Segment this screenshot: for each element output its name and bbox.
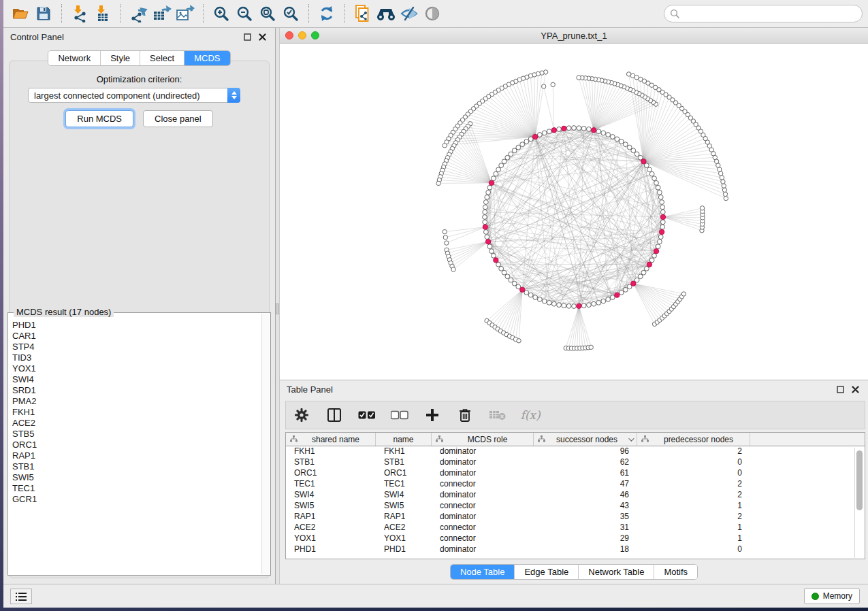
mcds-result-item[interactable]: SWI5 <box>12 472 261 483</box>
mcds-result-item[interactable]: ACE2 <box>12 418 261 429</box>
cell-successor-nodes[interactable]: 29 <box>534 533 637 544</box>
cell-MCDS-role[interactable]: dominator <box>432 512 534 523</box>
network-titlebar[interactable]: YPA_prune.txt_1 <box>280 28 868 44</box>
table-row[interactable]: SWI5SWI5connector431 <box>286 501 865 512</box>
tab-mcds[interactable]: MCDS <box>184 51 229 65</box>
export-table-icon[interactable] <box>150 3 174 24</box>
table-tab-node-table[interactable]: Node Table <box>451 565 515 579</box>
cell-name[interactable]: TEC1 <box>376 479 432 490</box>
cell-MCDS-role[interactable]: dominator <box>432 544 534 555</box>
mcds-result-item[interactable]: CAR1 <box>12 331 261 342</box>
tab-network[interactable]: Network <box>48 51 101 65</box>
column-view-icon[interactable] <box>325 406 343 424</box>
function-builder-icon[interactable]: f(x) <box>521 406 539 424</box>
select-all-icon[interactable] <box>358 406 376 424</box>
search-field[interactable] <box>664 5 863 22</box>
import-table-icon[interactable] <box>91 3 114 24</box>
delete-column-icon[interactable] <box>456 406 474 424</box>
export-image-icon[interactable] <box>174 3 197 24</box>
column-header-successor-nodes[interactable]: successor nodes <box>534 433 637 446</box>
cell-predecessor-nodes[interactable]: 2 <box>637 479 750 490</box>
cell-shared-name[interactable]: ACE2 <box>286 523 376 533</box>
table-row[interactable]: SWI4SWI4dominator462 <box>286 490 865 501</box>
column-header-shared-name[interactable]: shared name <box>286 433 376 446</box>
mcds-result-item[interactable]: PHD1 <box>12 320 261 331</box>
cell-predecessor-nodes[interactable]: 0 <box>637 468 750 479</box>
zoom-selected-icon[interactable] <box>279 3 302 24</box>
mcds-result-item[interactable]: TEC1 <box>12 483 261 494</box>
column-header-MCDS-role[interactable]: MCDS role <box>432 433 534 446</box>
cell-name[interactable]: FKH1 <box>376 446 432 457</box>
float-table-panel-icon[interactable] <box>834 383 846 395</box>
mcds-result-item[interactable]: YOX1 <box>12 363 261 374</box>
cell-shared-name[interactable]: PHD1 <box>286 544 376 555</box>
mcds-result-item[interactable]: STP4 <box>12 342 261 352</box>
zoom-fit-icon[interactable] <box>256 3 279 24</box>
mcds-result-item[interactable]: RAP1 <box>12 450 261 461</box>
cell-MCDS-role[interactable]: connector <box>432 501 534 512</box>
mcds-result-item[interactable]: FKH1 <box>12 407 261 418</box>
show-all-icon[interactable] <box>421 3 444 24</box>
cell-successor-nodes[interactable]: 18 <box>534 544 637 555</box>
mcds-result-item[interactable]: SRD1 <box>12 385 261 396</box>
cell-predecessor-nodes[interactable]: 2 <box>637 512 750 523</box>
zoom-out-icon[interactable] <box>233 3 256 24</box>
clone-network-icon[interactable] <box>351 3 374 24</box>
network-graph[interactable] <box>280 44 868 380</box>
cell-successor-nodes[interactable]: 96 <box>534 446 637 457</box>
column-header-predecessor-nodes[interactable]: predecessor nodes <box>637 433 750 446</box>
table-row[interactable]: TEC1TEC1connector472 <box>286 479 865 490</box>
cell-shared-name[interactable]: TEC1 <box>286 479 376 490</box>
tab-style[interactable]: Style <box>101 51 140 65</box>
mcds-result-item[interactable]: STB1 <box>12 461 261 472</box>
cell-predecessor-nodes[interactable]: 1 <box>637 523 750 533</box>
cell-shared-name[interactable]: SWI5 <box>286 501 376 512</box>
cell-successor-nodes[interactable]: 43 <box>534 501 637 512</box>
cell-predecessor-nodes[interactable]: 1 <box>637 501 750 512</box>
cell-predecessor-nodes[interactable]: 1 <box>637 533 750 544</box>
cell-successor-nodes[interactable]: 31 <box>534 523 637 533</box>
table-scrollbar-thumb[interactable] <box>856 450 863 510</box>
cell-shared-name[interactable]: RAP1 <box>286 512 376 523</box>
column-header-name[interactable]: name <box>376 433 432 446</box>
mcds-result-item[interactable]: GCR1 <box>12 494 261 505</box>
table-tab-network-table[interactable]: Network Table <box>579 565 654 579</box>
criterion-dropdown[interactable]: largest connected component (undirected) <box>28 88 240 103</box>
close-table-panel-icon[interactable] <box>849 383 861 395</box>
memory-button[interactable]: Memory <box>804 588 860 604</box>
cell-MCDS-role[interactable]: connector <box>432 479 534 490</box>
mcds-result-item[interactable]: STB5 <box>12 429 261 440</box>
cell-successor-nodes[interactable]: 46 <box>534 490 637 501</box>
float-panel-icon[interactable] <box>241 31 253 43</box>
cell-MCDS-role[interactable]: dominator <box>432 468 534 479</box>
table-row[interactable]: ORC1ORC1dominator610 <box>286 468 865 479</box>
mcds-result-item[interactable]: TID3 <box>12 352 261 363</box>
table-row[interactable]: ACE2ACE2connector311 <box>286 523 865 533</box>
cell-name[interactable]: RAP1 <box>376 512 432 523</box>
network-canvas[interactable] <box>280 44 868 380</box>
cell-MCDS-role[interactable]: connector <box>432 523 534 533</box>
cell-name[interactable]: ACE2 <box>376 523 432 533</box>
cell-name[interactable]: PHD1 <box>376 544 432 555</box>
run-mcds-button[interactable]: Run MCDS <box>65 110 133 127</box>
close-panel-button[interactable]: Close panel <box>143 110 213 127</box>
cell-MCDS-role[interactable]: dominator <box>432 457 534 468</box>
task-history-button[interactable] <box>10 589 32 604</box>
cell-name[interactable]: SWI5 <box>376 501 432 512</box>
tab-select[interactable]: Select <box>140 51 184 65</box>
cell-name[interactable]: YOX1 <box>376 533 432 544</box>
cell-MCDS-role[interactable]: dominator <box>432 490 534 501</box>
mcds-result-list[interactable]: PHD1CAR1STP4TID3YOX1SWI4SRD1PMA2FKH1ACE2… <box>10 320 261 574</box>
table-row[interactable]: FKH1FKH1dominator962 <box>286 446 865 457</box>
export-network-icon[interactable] <box>127 3 150 24</box>
cell-name[interactable]: ORC1 <box>376 468 432 479</box>
cell-shared-name[interactable]: FKH1 <box>286 446 376 457</box>
table-row[interactable]: RAP1RAP1dominator352 <box>286 512 865 523</box>
cell-predecessor-nodes[interactable]: 0 <box>637 457 750 468</box>
table-tab-edge-table[interactable]: Edge Table <box>515 565 579 579</box>
cell-name[interactable]: SWI4 <box>376 490 432 501</box>
close-panel-icon[interactable] <box>256 31 268 43</box>
cell-MCDS-role[interactable]: dominator <box>432 446 534 457</box>
refresh-layout-icon[interactable] <box>315 3 338 24</box>
add-column-icon[interactable] <box>423 406 441 424</box>
